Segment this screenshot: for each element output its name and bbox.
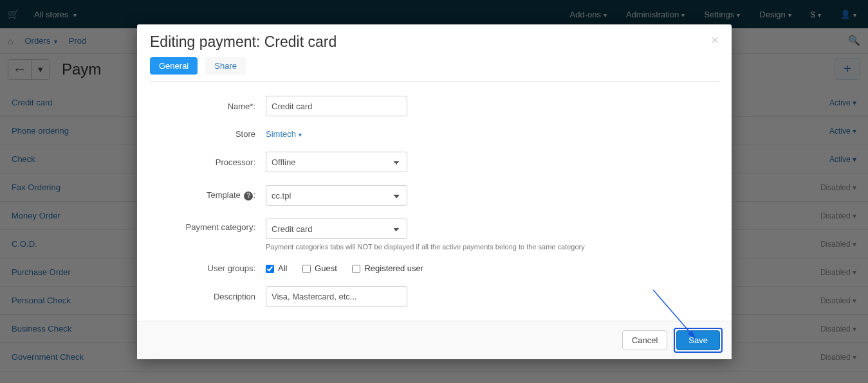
label-store: Store: [150, 129, 266, 139]
modal-header: Editing payment: Credit card ×: [137, 24, 732, 57]
row-description: Description: [150, 286, 719, 307]
label-processor: Processor:: [150, 157, 266, 167]
label-template: Template ?:: [150, 190, 266, 200]
row-payment-category: Payment category: Credit card Payment ca…: [150, 218, 719, 251]
modal-body: General Share Name*: Store Simtech▾ Proc…: [137, 57, 732, 321]
tab-general[interactable]: General: [150, 57, 198, 75]
tab-share[interactable]: Share: [205, 57, 246, 75]
save-button[interactable]: Save: [676, 330, 720, 350]
row-name: Name*:: [150, 96, 719, 116]
label-description: Description: [150, 292, 266, 301]
row-user-groups: User groups: All Guest Registered user: [150, 263, 719, 273]
row-store: Store Simtech▾: [150, 129, 719, 139]
row-template: Template ?: cc.tpl: [150, 185, 719, 206]
label-user-groups: User groups:: [150, 263, 266, 273]
label-payment-category: Payment category:: [150, 218, 266, 232]
name-input[interactable]: [266, 96, 407, 116]
label-name: Name*:: [150, 102, 266, 111]
user-groups-checkboxes: All Guest Registered user: [266, 263, 719, 273]
help-icon[interactable]: ?: [244, 192, 253, 200]
modal-footer: Cancel Save: [137, 321, 732, 359]
payment-category-hint: Payment categories tabs will NOT be disp…: [266, 243, 719, 251]
chk-guest-label: Guest: [302, 263, 337, 273]
modal-tabs: General Share: [150, 57, 719, 82]
chk-registered[interactable]: [352, 265, 360, 273]
close-icon[interactable]: ×: [711, 33, 719, 46]
template-select[interactable]: cc.tpl: [266, 185, 407, 206]
store-dropdown[interactable]: Simtech▾: [266, 129, 302, 139]
description-input[interactable]: [266, 286, 407, 307]
processor-select[interactable]: Offline: [266, 152, 407, 172]
payment-category-select[interactable]: Credit card: [266, 218, 407, 239]
edit-payment-modal: Editing payment: Credit card × General S…: [137, 24, 732, 359]
cancel-button[interactable]: Cancel: [622, 330, 667, 350]
chk-all-label: All: [266, 263, 287, 273]
chk-all[interactable]: [266, 265, 274, 273]
chk-guest[interactable]: [302, 265, 311, 273]
save-highlight: Save: [674, 328, 723, 353]
chk-registered-label: Registered user: [352, 263, 423, 273]
modal-title: Editing payment: Credit card: [150, 33, 337, 51]
caret-down-icon: ▾: [299, 131, 302, 138]
row-processor: Processor: Offline: [150, 152, 719, 172]
